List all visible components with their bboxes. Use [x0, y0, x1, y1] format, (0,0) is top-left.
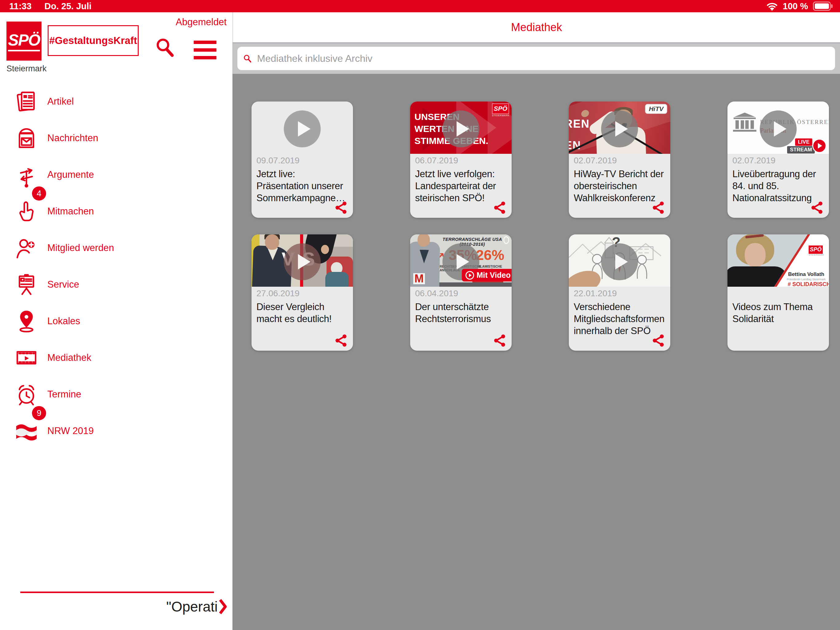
search-icon: [243, 54, 252, 63]
play-icon[interactable]: [442, 111, 479, 147]
sidebar-item-mitglied-werden[interactable]: Mitglied werden: [14, 233, 114, 263]
politician-head: [265, 234, 279, 250]
video-title: Der unterschätzte Rechtsterrorismus: [415, 301, 508, 325]
signpost-icon: [14, 160, 39, 190]
chevron-right-icon: [219, 598, 227, 615]
video-thumbnail: VS: [251, 234, 353, 287]
sidebar-item-nachrichten[interactable]: Nachrichten: [14, 123, 98, 153]
video-date: 02.07.2019: [574, 156, 617, 166]
sidebar-item-label: Artikel: [47, 96, 74, 107]
person-plus-icon: [14, 233, 39, 263]
page-header: Mediathek: [232, 12, 840, 43]
video-card[interactable]: UNSERENWERTEN EINESTIMME GEBEN. SPÖ STEI…: [410, 101, 512, 218]
austria-flag-icon: [14, 416, 39, 446]
speaker-role: Präsidentin Landtag Steiermark: [786, 278, 826, 281]
stream-label: STREAM: [787, 146, 815, 154]
badge-play-icon: [466, 271, 474, 280]
video-date: 09.07.2019: [256, 156, 300, 166]
share-icon[interactable]: [651, 334, 665, 348]
mitmachen-badge: 4: [32, 187, 46, 201]
tv-headline: TERRORANSCHLÄGE USA (2010-2016): [436, 237, 508, 247]
campaign-badge: #GestaltungsKraft: [47, 25, 139, 56]
play-icon[interactable]: [284, 111, 321, 147]
play-icon[interactable]: [284, 243, 321, 280]
spo-logo: SPÖ: [6, 22, 41, 60]
sidebar-item-mitmachen[interactable]: Mitmachen: [14, 196, 94, 226]
mailbox-icon: [14, 123, 39, 153]
video-card[interactable]: 09.07.2019 Jetzt live: Präsentation unse…: [251, 101, 353, 218]
news-ticker[interactable]: "Operati: [166, 598, 227, 615]
live-stream-badge: LIVE STREAM: [777, 138, 826, 154]
hashtag-label: # SOLIDARISCHE: [788, 281, 829, 287]
sidebar-item-artikel[interactable]: Artikel: [14, 87, 74, 116]
battery-percent: 100 %: [783, 1, 808, 11]
ticker-text: "Operati: [166, 598, 218, 615]
video-date: 06.07.2019: [415, 156, 458, 166]
nrw-badge: 9: [32, 406, 46, 420]
search-icon[interactable]: [154, 36, 177, 60]
video-card[interactable]: VS 27.06.2019 Dieser Vergleich macht es …: [251, 234, 353, 351]
video-title: Liveübertragung der 84. und 85. National…: [733, 168, 826, 204]
search-input[interactable]: [256, 52, 829, 65]
sidebar-item-service[interactable]: Service: [14, 270, 79, 299]
live-label: LIVE: [795, 138, 812, 146]
alarm-clock-icon: [14, 380, 39, 409]
speaker-name: Bettina Vollath: [786, 271, 826, 277]
video-title: Jetzt live verfolgen: Landesparteirat de…: [415, 168, 508, 204]
sidebar-item-lokales[interactable]: Lokales: [14, 306, 80, 336]
video-thumbnail: SPÖ STEIERMARK Bettina Vollath Präsident…: [728, 234, 829, 287]
banner-fragment: REN: [569, 117, 590, 130]
share-icon[interactable]: [651, 201, 665, 215]
sidebar-item-argumente[interactable]: Argumente 4: [14, 160, 94, 190]
stat-right: 26%: [476, 247, 504, 263]
video-card[interactable]: ? 22.01.2019 Verschiedene Mitgliedschaft…: [569, 234, 670, 351]
campaign-label: #GestaltungsKraft: [49, 35, 137, 46]
speaker-face: [745, 243, 766, 267]
video-grid: 09.07.2019 Jetzt live: Präsentation unse…: [251, 101, 829, 351]
sidebar-item-mediathek[interactable]: Mediathek: [14, 343, 91, 372]
logout-status[interactable]: Abgemeldet: [176, 17, 227, 28]
sidebar-item-label: Service: [47, 279, 79, 290]
share-icon[interactable]: [493, 334, 507, 348]
mit-video-badge: Mit Video: [462, 269, 512, 282]
m-logo: M: [413, 273, 425, 284]
share-icon[interactable]: [334, 201, 348, 215]
share-icon[interactable]: [493, 201, 507, 215]
video-thumbnail: TERRORANSCHLÄGE USA (2010-2016) ↗ 35% 26…: [410, 234, 512, 287]
spo-logo-text: SPÖ: [8, 31, 40, 51]
sidebar-item-nrw-2019[interactable]: NRW 2019: [14, 416, 94, 446]
sidebar: SPÖ Steiermark #GestaltungsKraft Abgemel…: [0, 12, 232, 630]
content-area: 09.07.2019 Jetzt live: Präsentation unse…: [232, 74, 840, 630]
video-thumbnail: REPUBLIK ÖSTERREICH Parlament LIVE STREA…: [728, 101, 829, 154]
sidebar-item-label: Mitglied werden: [47, 242, 114, 253]
video-date: 02.07.2019: [733, 156, 775, 166]
newspaper-icon: [14, 87, 39, 116]
play-icon[interactable]: [601, 111, 638, 147]
sidebar-item-label: Mediathek: [47, 352, 91, 363]
menu-icon[interactable]: [194, 41, 216, 64]
play-icon[interactable]: [601, 243, 638, 280]
sidebar-item-label: Mitmachen: [47, 206, 94, 217]
video-card[interactable]: SPÖ STEIERMARK Bettina Vollath Präsident…: [728, 234, 829, 351]
main-area: Mediathek 09.07.2019 Jetzt live: Pr: [232, 12, 840, 630]
status-date: Do. 25. Juli: [44, 1, 92, 11]
sidebar-item-label: NRW 2019: [47, 426, 94, 437]
search-strip: [232, 43, 840, 74]
video-card[interactable]: REPUBLIK ÖSTERREICH Parlament LIVE STREA…: [728, 101, 829, 218]
share-icon[interactable]: [810, 201, 824, 215]
video-thumbnail: REN EN HiTV: [569, 101, 670, 154]
hitv-badge: HiTV: [645, 104, 667, 114]
search-field[interactable]: [237, 47, 835, 70]
video-thumbnail: UNSERENWERTEN EINESTIMME GEBEN. SPÖ STEI…: [410, 101, 512, 154]
spo-logo-badge: SPÖ STEIERMARK: [808, 245, 823, 256]
video-card[interactable]: REN EN HiTV 02.07.2019: [569, 101, 670, 218]
video-title: Videos zum Thema Solidarität: [733, 301, 826, 325]
video-card[interactable]: TERRORANSCHLÄGE USA (2010-2016) ↗ 35% 26…: [410, 234, 512, 351]
live-play-icon: [812, 139, 826, 153]
sidebar-item-label: Nachrichten: [47, 133, 98, 144]
share-icon[interactable]: [334, 334, 348, 348]
sidebar-item-label: Lokales: [47, 316, 80, 327]
hand-pointer-icon: [14, 196, 39, 226]
spo-logo-badge: SPÖ STEIERMARK: [492, 103, 509, 117]
sidebar-item-termine[interactable]: Termine 9: [14, 380, 81, 409]
